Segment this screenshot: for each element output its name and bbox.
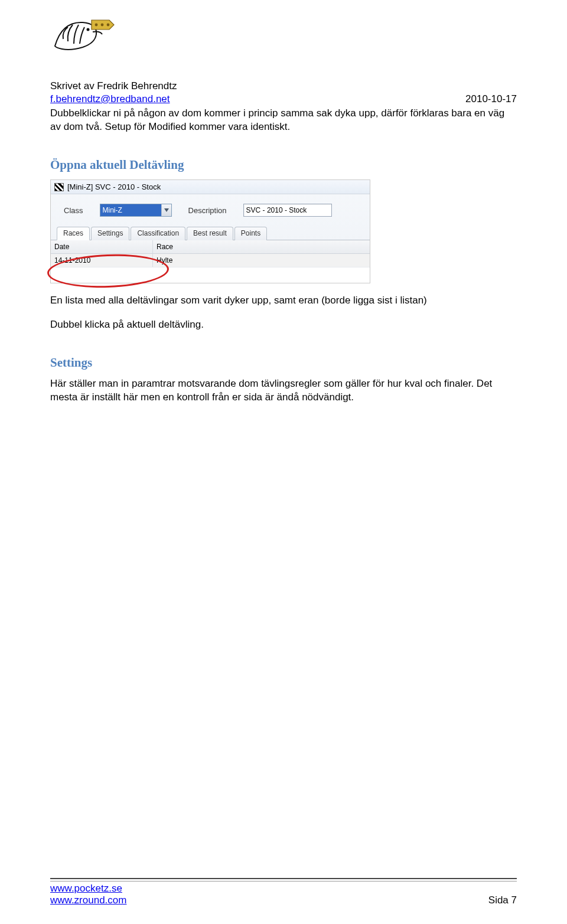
col-race-header[interactable]: Race <box>153 240 370 253</box>
tab-classification[interactable]: Classification <box>131 227 185 240</box>
author-line: Skrivet av Fredrik Behrendtz <box>50 80 517 93</box>
grid-header: Date Race <box>51 240 370 254</box>
logo-image <box>50 17 121 58</box>
description-input[interactable]: SVC - 2010 - Stock <box>243 204 332 217</box>
chevron-down-icon[interactable] <box>161 204 171 216</box>
heading-open-event: Öppna aktuell Deltävling <box>50 158 517 172</box>
tab-points[interactable]: Points <box>234 227 267 240</box>
section1-p1: En lista med alla deltävlingar som varit… <box>50 294 517 308</box>
svg-point-2 <box>107 24 110 27</box>
class-combobox[interactable]: Mini-Z <box>100 204 172 217</box>
cell-date: 14-11-2010 <box>51 254 153 267</box>
section2-body: Här ställer man in paramtrar motsvarande… <box>50 377 517 404</box>
intro-paragraph: Dubbelklickar ni på någon av dom kommer … <box>50 107 517 134</box>
griffin-logo-icon <box>50 17 121 58</box>
window-titlebar: [Mini-Z] SVC - 2010 - Stock <box>51 180 370 194</box>
footer-divider <box>50 878 517 881</box>
document-date: 2010-10-17 <box>465 93 517 106</box>
description-label: Description <box>188 206 227 215</box>
section2-p1: Här ställer man in paramtrar motsvarande… <box>50 377 517 404</box>
app-icon <box>54 183 64 191</box>
heading-settings: Settings <box>50 355 517 370</box>
cell-race: Hylte <box>153 254 370 267</box>
class-label: Class <box>64 206 83 215</box>
intro-text: Dubbelklickar ni på någon av dom kommer … <box>50 107 517 134</box>
grid-row[interactable]: 14-11-2010 Hylte <box>51 254 370 267</box>
svg-point-1 <box>101 24 104 27</box>
class-value: Mini-Z <box>100 204 161 216</box>
page-footer: www.pocketz.se www.zround.com Sida 7 <box>50 878 517 906</box>
grid-empty-area <box>51 267 370 283</box>
window-title: [Mini-Z] SVC - 2010 - Stock <box>67 182 161 191</box>
footer-link-2[interactable]: www.zround.com <box>50 894 126 906</box>
page-header: Skrivet av Fredrik Behrendtz f.behrendtz… <box>50 80 517 106</box>
author-email[interactable]: f.behrendtz@bredband.net <box>50 93 170 106</box>
section1-body: En lista med alla deltävlingar som varit… <box>50 294 517 332</box>
section1-p2: Dubbel klicka på aktuell deltävling. <box>50 318 517 332</box>
tabs-bar: Races Settings Classification Best resul… <box>51 226 370 240</box>
document-page: Skrivet av Fredrik Behrendtz f.behrendtz… <box>0 0 567 924</box>
app-screenshot: [Mini-Z] SVC - 2010 - Stock Class Mini-Z… <box>50 179 370 283</box>
page-number: Sida 7 <box>488 894 517 906</box>
footer-link-1[interactable]: www.pocketz.se <box>50 883 122 894</box>
tab-races[interactable]: Races <box>57 227 90 240</box>
svg-point-0 <box>95 24 98 27</box>
col-date-header[interactable]: Date <box>51 240 153 253</box>
svg-point-3 <box>87 28 90 31</box>
tab-settings[interactable]: Settings <box>91 227 129 240</box>
tab-best-result[interactable]: Best result <box>187 227 233 240</box>
